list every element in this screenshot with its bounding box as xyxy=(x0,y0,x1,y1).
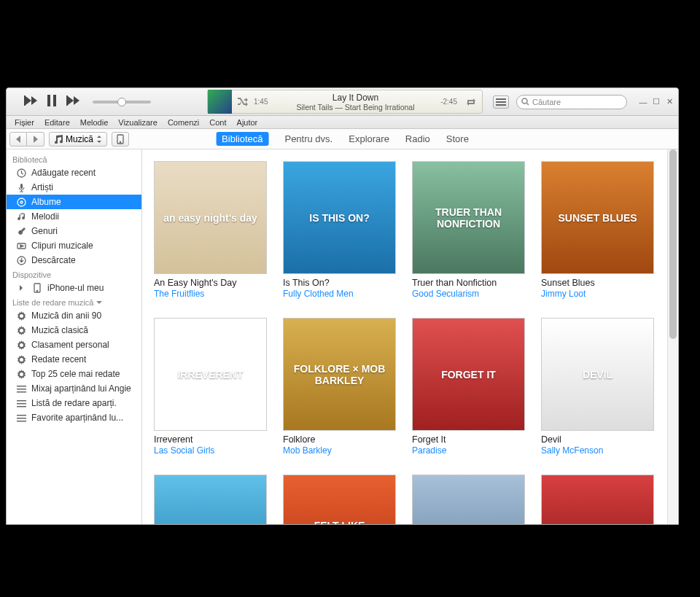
sidebar-item-label: Descărcate xyxy=(31,255,76,265)
elapsed-time: 1:45 xyxy=(254,98,271,106)
sidebar-item-arti-ti[interactable]: Artiști xyxy=(7,180,141,195)
now-playing-title: Lay It Down xyxy=(271,93,440,103)
album-cover: IRREVERENT xyxy=(154,318,267,431)
back-button[interactable] xyxy=(9,132,27,147)
now-playing-lcd[interactable]: 1:45 Lay It Down Silent Tails — Start Be… xyxy=(207,90,483,114)
svg-rect-21 xyxy=(17,403,26,405)
sidebar-item-desc-rcate[interactable]: Descărcate xyxy=(7,253,141,268)
svg-rect-4 xyxy=(496,104,506,106)
sidebar-item-redate-recent[interactable]: Redate recent xyxy=(7,352,141,367)
sidebar-item-clipuri-muzicale[interactable]: Clipuri muzicale xyxy=(7,238,141,253)
sidebar-item-genuri[interactable]: Genuri xyxy=(7,224,141,238)
album-item[interactable]: IRREVERENTIrreverentLas Social Girls xyxy=(154,318,267,456)
gear-icon xyxy=(15,326,27,335)
sidebar-item-top-25-cele-mai-redate[interactable]: Top 25 cele mai redate xyxy=(7,367,141,381)
album-item[interactable]: TRUER THAN NONFICTIONTruer than Nonficti… xyxy=(412,161,525,299)
maximize-button[interactable]: ☐ xyxy=(652,98,661,106)
menu-fișier[interactable]: Fișier xyxy=(9,118,39,127)
device-button[interactable] xyxy=(112,132,129,147)
sidebar-item-label: Adăugate recent xyxy=(31,168,96,178)
sidebar-item-muzic-clasic-[interactable]: Muzică clasică xyxy=(7,323,141,337)
gear-icon xyxy=(15,370,27,379)
content-area: an easy night's dayAn Easy Night's DayTh… xyxy=(142,149,678,524)
video-icon xyxy=(15,241,27,251)
album-cover xyxy=(541,475,654,524)
album-artist[interactable]: Jimmy Loot xyxy=(541,289,654,299)
sidebar-item-clasament-personal[interactable]: Clasament personal xyxy=(7,337,141,352)
tab-pentru-dvs-[interactable]: Pentru dvs. xyxy=(284,132,332,146)
gear-icon xyxy=(15,340,27,350)
disclosure-icon xyxy=(15,285,27,291)
svg-rect-17 xyxy=(17,386,26,387)
menu-editare[interactable]: Editare xyxy=(39,118,75,127)
album-cover: DEVIL xyxy=(541,318,654,431)
svg-rect-24 xyxy=(17,418,26,419)
sidebar-item-muzic-din-anii-90[interactable]: Muzică din anii 90 xyxy=(7,308,141,323)
album-item[interactable] xyxy=(541,475,654,524)
tab-bibliotec-[interactable]: Bibliotecă xyxy=(216,132,268,146)
album-artist[interactable]: Las Social Girls xyxy=(154,445,267,456)
shuffle-icon[interactable] xyxy=(232,98,254,106)
svg-rect-10 xyxy=(20,184,23,189)
tab-store[interactable]: Store xyxy=(446,132,469,146)
album-artist[interactable]: Fully Clothed Men xyxy=(283,289,396,299)
svg-rect-1 xyxy=(53,95,56,106)
up-next-button[interactable] xyxy=(493,95,509,109)
album-item[interactable]: SUNSET BLUESSunset BluesJimmy Loot xyxy=(541,161,654,299)
sidebar-item-mixaj-apar-in-nd-lui-angie[interactable]: Mixaj aparținând lui Angie xyxy=(7,381,141,396)
sidebar-header: Dispozitive xyxy=(7,268,141,281)
album-title: Irreverent xyxy=(154,434,267,445)
sidebar-item-melodii[interactable]: Melodii xyxy=(7,209,141,224)
album-artist[interactable]: Sally McFenson xyxy=(541,445,654,456)
album-item[interactable]: an easy night's dayAn Easy Night's DayTh… xyxy=(154,161,267,299)
album-item[interactable]: DEVILDevilSally McFenson xyxy=(541,318,654,456)
sidebar-item-albume[interactable]: Albume xyxy=(7,195,141,209)
album-item[interactable] xyxy=(412,475,525,524)
callout-line xyxy=(112,525,113,597)
album-title: Truer than Nonfiction xyxy=(412,278,525,288)
mic-icon xyxy=(15,183,27,192)
next-button[interactable] xyxy=(66,95,79,109)
menubar: FișierEditareMelodieVizualizareComenziCo… xyxy=(7,116,678,129)
album-title: An Easy Night's Day xyxy=(154,278,267,288)
album-item[interactable] xyxy=(154,475,267,524)
album-item[interactable]: FORGET ITForget ItParadise xyxy=(412,318,525,456)
minimize-button[interactable]: — xyxy=(639,98,648,106)
pause-button[interactable] xyxy=(47,95,56,109)
svg-rect-0 xyxy=(47,95,50,106)
album-item[interactable]: FELT LIKE YESTERDAY xyxy=(283,475,396,524)
sidebar-item-label: Top 25 cele mai redate xyxy=(31,369,120,379)
album-item[interactable]: IS THIS ON?Is This On?Fully Clothed Men xyxy=(283,161,396,299)
close-button[interactable]: ✕ xyxy=(665,98,674,106)
sidebar-item-list-de-redare-apar-i-[interactable]: Listă de redare aparți. xyxy=(7,396,141,410)
album-item[interactable]: FOLKLORE × MOB BARKLEYFolkloreMob Barkle… xyxy=(283,318,396,456)
repeat-icon[interactable] xyxy=(460,98,482,106)
sidebar-item-ad-ugate-recent[interactable]: Adăugate recent xyxy=(7,165,141,180)
sidebar-item-label: Listă de redare aparți. xyxy=(31,398,117,408)
menu-melodie[interactable]: Melodie xyxy=(75,118,114,127)
sidebar-item-device[interactable]: iPhone-ul meu xyxy=(7,281,141,295)
forward-button[interactable] xyxy=(27,132,44,147)
menu-comenzi[interactable]: Comenzi xyxy=(163,118,204,127)
volume-slider[interactable] xyxy=(93,101,151,104)
search-input[interactable]: Căutare xyxy=(516,95,627,109)
sidebar-item-label: Clasament personal xyxy=(31,340,109,350)
album-artist[interactable]: The Fruitflies xyxy=(154,289,267,299)
menu-cont[interactable]: Cont xyxy=(204,118,231,127)
album-title: Sunset Blues xyxy=(541,278,654,288)
tab-radio[interactable]: Radio xyxy=(405,132,430,146)
album-artist[interactable]: Paradise xyxy=(412,445,525,456)
sidebar-item-favorite-apar-in-nd-lu-[interactable]: Favorite aparținând lu... xyxy=(7,410,141,425)
svg-rect-25 xyxy=(17,421,26,422)
menu-ajutor[interactable]: Ajutor xyxy=(232,118,263,127)
media-kind-popup[interactable]: Muzică xyxy=(49,132,107,147)
sidebar-item-label: iPhone-ul meu xyxy=(47,283,104,293)
album-cover: FORGET IT xyxy=(412,318,525,431)
album-artist[interactable]: Good Secularism xyxy=(412,289,525,299)
scrollbar[interactable] xyxy=(667,149,677,524)
prev-button[interactable] xyxy=(24,95,37,109)
menu-vizualizare[interactable]: Vizualizare xyxy=(113,118,163,127)
sidebar: BibliotecăAdăugate recentArtiștiAlbumeMe… xyxy=(7,149,142,524)
tab-explorare[interactable]: Explorare xyxy=(349,132,389,146)
album-artist[interactable]: Mob Barkley xyxy=(283,445,396,456)
